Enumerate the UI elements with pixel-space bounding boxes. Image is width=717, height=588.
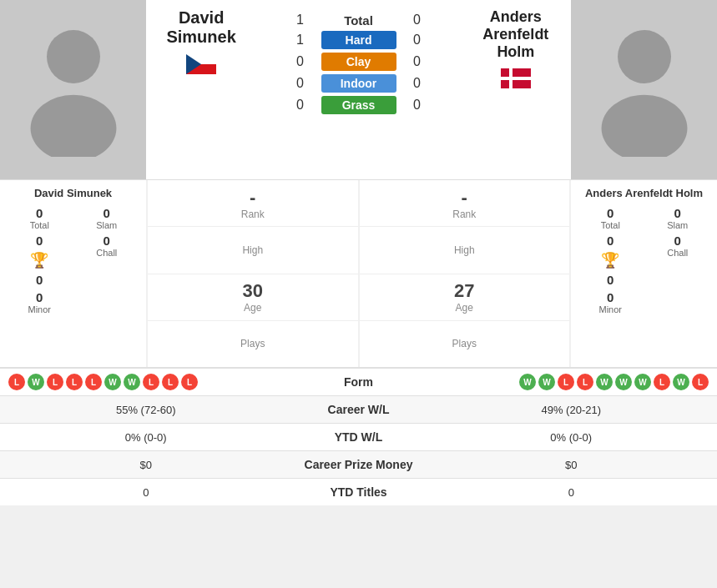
right-mast-value: 0 xyxy=(607,234,613,248)
right-chall-label: Chall xyxy=(667,248,688,258)
right-main-value: 0 xyxy=(607,273,613,287)
prize-row: $0 Career Prize Money $0 xyxy=(0,450,717,478)
middle-scores: 1 Total 0 1 Hard 0 0 Clay 0 0 xyxy=(256,0,461,179)
right-minor-value: 0 xyxy=(607,290,613,304)
left-chall-label: Chall xyxy=(96,248,117,258)
right-form-badge: L xyxy=(558,374,574,390)
left-player-stats: David Simunek 0 Total 0 Slam 0 🏆 0 xyxy=(0,180,146,367)
grass-score-left: 0 xyxy=(288,98,313,113)
right-minor-label: Minor xyxy=(598,304,622,314)
hard-score-right: 0 xyxy=(405,33,430,48)
middle-stats: - Rank High 30 Age Plays - Rank xyxy=(148,180,569,367)
right-player-photo xyxy=(571,0,717,179)
right-age-row: 27 Age xyxy=(360,274,570,321)
clay-score-row: 0 Clay 0 xyxy=(256,53,461,71)
indoor-score-left: 0 xyxy=(288,76,313,91)
career-wl-label: Career W/L xyxy=(284,403,434,416)
left-form-results: LWLLLWWLLL xyxy=(8,374,300,390)
right-stat-minor: 0 Minor xyxy=(579,290,642,314)
right-trophy-icon: 🏆 xyxy=(601,251,619,269)
clay-score-left: 0 xyxy=(288,54,313,69)
ytd-wl-label: YTD W/L xyxy=(284,430,434,444)
right-stats-name: Anders Arenfeldt Holm xyxy=(579,187,709,199)
right-plays-label: Plays xyxy=(452,338,477,349)
right-stat-total: 0 Total xyxy=(579,206,642,230)
total-score-left: 1 xyxy=(288,13,313,28)
left-minor-value: 0 xyxy=(36,290,43,304)
left-form-badge: L xyxy=(143,374,159,390)
right-form-badge: W xyxy=(538,374,555,390)
left-card: - Rank High 30 Age Plays xyxy=(148,180,358,367)
right-rank-value: - xyxy=(462,187,467,209)
right-plays-row: Plays xyxy=(360,321,570,367)
left-rank-value: - xyxy=(250,187,255,209)
indoor-score-right: 0 xyxy=(405,76,430,91)
right-card: - Rank High 27 Age Plays xyxy=(360,180,570,367)
left-ytd-wl: 0% (0-0) xyxy=(8,431,284,444)
left-slam-value: 0 xyxy=(104,206,110,220)
left-rank-row: - Rank xyxy=(148,180,358,227)
left-plays-label: Plays xyxy=(240,338,265,349)
left-age-row: 30 Age xyxy=(148,274,358,321)
stats-section: David Simunek 0 Total 0 Slam 0 🏆 0 xyxy=(0,180,717,367)
right-chall-value: 0 xyxy=(674,234,681,248)
left-stat-chall: 0 Chall xyxy=(76,234,139,287)
right-player-info: Anders Arenfeldt Holm xyxy=(461,0,571,179)
left-mast-value: 0 xyxy=(36,234,43,248)
right-age-label: Age xyxy=(456,302,473,314)
main-container: David Simunek 1 Total 0 xyxy=(0,0,717,505)
right-form-results: WWLLWWWLWL xyxy=(417,374,709,390)
ytd-wl-row: 0% (0-0) YTD W/L 0% (0-0) xyxy=(0,423,717,450)
left-stat-mast: 0 🏆 0 xyxy=(8,234,71,287)
grass-score-row: 0 Grass 0 xyxy=(256,96,461,114)
clay-badge: Clay xyxy=(321,53,396,71)
right-form-badge: W xyxy=(634,374,651,390)
left-stat-total: 0 Total xyxy=(8,206,71,230)
right-high-row: High xyxy=(360,227,570,274)
left-high-row: High xyxy=(148,227,358,274)
grass-score-right: 0 xyxy=(405,98,430,113)
left-chall-value: 0 xyxy=(104,234,110,248)
right-high-label: High xyxy=(454,244,475,256)
left-form-badge: W xyxy=(28,374,44,390)
left-stats-name: David Simunek xyxy=(8,187,138,199)
hard-badge: Hard xyxy=(321,31,396,49)
left-form-badge: L xyxy=(47,374,63,390)
left-form-badge: L xyxy=(162,374,179,390)
left-minor-label: Minor xyxy=(28,304,51,314)
clay-score-right: 0 xyxy=(405,54,430,69)
right-form-badge: W xyxy=(673,374,689,390)
grass-badge: Grass xyxy=(321,96,396,114)
right-player-flag xyxy=(501,68,531,94)
right-form-badge: W xyxy=(519,374,536,390)
right-prize: $0 xyxy=(434,459,709,471)
right-ytd-wl: 0% (0-0) xyxy=(434,431,709,444)
svg-point-1 xyxy=(30,94,116,156)
left-age-value: 30 xyxy=(243,280,263,302)
left-prize: $0 xyxy=(8,459,284,471)
hard-score-left: 1 xyxy=(288,33,313,48)
right-rank-label: Rank xyxy=(452,209,476,220)
right-career-wl: 49% (20-21) xyxy=(434,404,709,416)
right-total-label: Total xyxy=(601,220,620,230)
left-stat-minor: 0 Minor xyxy=(8,290,71,314)
right-stats-grid: 0 Total 0 Slam 0 🏆 0 0 Chall xyxy=(579,206,709,314)
left-player-name-header: David Simunek xyxy=(150,8,252,47)
indoor-badge: Indoor xyxy=(321,74,396,93)
right-player-stats: Anders Arenfeldt Holm 0 Total 0 Slam 0 🏆… xyxy=(571,180,717,367)
total-score-row: 1 Total 0 xyxy=(256,13,461,28)
career-wl-row: 55% (72-60) Career W/L 49% (20-21) xyxy=(0,395,717,423)
left-slam-label: Slam xyxy=(96,220,117,230)
left-form-badge: L xyxy=(85,374,102,390)
right-form-badge: W xyxy=(596,374,613,390)
right-form-badge: L xyxy=(577,374,593,390)
left-career-wl: 55% (72-60) xyxy=(8,404,284,416)
right-player-name-header: Anders Arenfeldt Holm xyxy=(465,8,567,61)
form-section: LWLLLWWLLL Form WWLLWWWLWL xyxy=(0,367,717,395)
left-plays-row: Plays xyxy=(148,321,358,367)
left-age-label: Age xyxy=(244,302,261,314)
left-total-label: Total xyxy=(30,220,49,230)
svg-point-8 xyxy=(618,30,671,83)
right-form-badge: L xyxy=(692,374,709,390)
form-label: Form xyxy=(309,375,409,389)
